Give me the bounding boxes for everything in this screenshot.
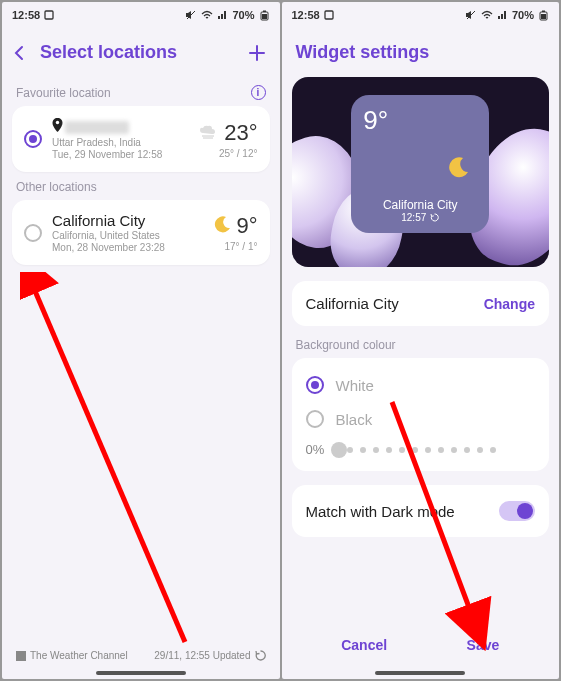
darkmode-label: Match with Dark mode	[306, 503, 455, 520]
opacity-pct: 0%	[306, 442, 325, 457]
header: Select locations	[2, 28, 280, 77]
recent-apps-icon	[44, 10, 54, 20]
other-label-text: Other locations	[16, 180, 97, 194]
pin-icon	[52, 118, 63, 136]
refresh-icon[interactable]	[255, 650, 266, 661]
updated-label: 29/11, 12:55 Updated	[154, 650, 250, 661]
signal-icon	[497, 10, 508, 20]
status-time: 12:58	[12, 9, 40, 21]
black-label: Black	[336, 411, 373, 428]
action-row: Cancel Save	[282, 627, 560, 663]
favourite-temp: 23°	[224, 120, 257, 146]
change-button[interactable]: Change	[484, 296, 535, 312]
mute-icon	[185, 10, 197, 20]
bg-option-black[interactable]: Black	[306, 402, 536, 436]
svg-line-6	[32, 284, 185, 642]
widget-preview: 9° California City 12:57	[292, 77, 550, 267]
save-button[interactable]: Save	[447, 627, 520, 663]
battery-pct: 70%	[512, 9, 534, 21]
favourite-location-name-redacted	[65, 121, 129, 134]
moon-icon	[214, 213, 232, 239]
favourite-section-label: Favourite location i	[2, 77, 280, 106]
white-label: White	[336, 377, 374, 394]
favourite-temp-range: 25° / 12°	[219, 148, 258, 159]
other-temp: 9°	[236, 213, 257, 239]
white-radio[interactable]	[306, 376, 324, 394]
footer: The Weather Channel 29/11, 12:55 Updated	[2, 650, 280, 661]
svg-rect-10	[542, 10, 545, 12]
darkmode-toggle[interactable]	[499, 501, 535, 521]
page-title: Widget settings	[296, 42, 546, 63]
weather-channel-icon	[16, 651, 26, 661]
weather-source-label: The Weather Channel	[30, 650, 128, 661]
opacity-slider[interactable]	[334, 447, 535, 453]
other-location-card[interactable]: California City California, United State…	[12, 200, 270, 265]
svg-rect-3	[263, 10, 266, 12]
svg-point-5	[56, 121, 59, 124]
city-card: California City Change	[292, 281, 550, 326]
opacity-slider-row: 0%	[306, 442, 536, 457]
refresh-icon	[430, 213, 439, 222]
mute-icon	[465, 10, 477, 20]
header: Widget settings	[282, 28, 560, 77]
nav-bar[interactable]	[96, 671, 186, 675]
battery-pct: 70%	[232, 9, 254, 21]
black-radio[interactable]	[306, 410, 324, 428]
favourite-label-text: Favourite location	[16, 86, 111, 100]
signal-icon	[217, 10, 228, 20]
wifi-icon	[481, 10, 493, 20]
cancel-button[interactable]: Cancel	[321, 627, 407, 663]
widget-temp: 9°	[363, 105, 477, 136]
widget-tile: 9° California City 12:57	[351, 95, 489, 233]
status-bar: 12:58 70%	[282, 2, 560, 28]
other-radio[interactable]	[24, 224, 42, 242]
other-location-name: California City	[52, 212, 204, 229]
annotation-arrow	[20, 272, 200, 652]
other-region: California, United States	[52, 230, 204, 241]
darkmode-card: Match with Dark mode	[292, 485, 550, 537]
widget-location: California City	[363, 198, 477, 212]
bg-colour-label: Background colour	[296, 338, 546, 352]
svg-rect-7	[325, 11, 333, 19]
other-section-label: Other locations	[2, 172, 280, 200]
bg-colour-card: White Black 0%	[292, 358, 550, 471]
favourite-radio[interactable]	[24, 130, 42, 148]
page-title: Select locations	[40, 42, 236, 63]
selected-city: California City	[306, 295, 399, 312]
back-button[interactable]	[12, 45, 28, 61]
favourite-datetime: Tue, 29 November 12:58	[52, 149, 188, 160]
battery-icon	[538, 10, 549, 21]
svg-rect-0	[45, 11, 53, 19]
weather-source: The Weather Channel	[16, 650, 128, 661]
bg-option-white[interactable]: White	[306, 368, 536, 402]
screen-select-locations: 12:58 70% Select locations Favourite loc…	[2, 2, 280, 679]
add-button[interactable]	[248, 44, 266, 62]
recent-apps-icon	[324, 10, 334, 20]
favourite-location-card[interactable]: Uttar Pradesh, India Tue, 29 November 12…	[12, 106, 270, 172]
battery-icon	[259, 10, 270, 21]
cloudy-icon	[198, 120, 220, 146]
info-icon[interactable]: i	[251, 85, 266, 100]
other-temp-range: 17° / 1°	[224, 241, 257, 252]
screen-widget-settings: 12:58 70% Widget settings 9° California …	[282, 2, 560, 679]
status-bar: 12:58 70%	[2, 2, 280, 28]
svg-rect-11	[541, 14, 546, 19]
slider-thumb[interactable]	[331, 442, 347, 458]
favourite-region: Uttar Pradesh, India	[52, 137, 188, 148]
other-datetime: Mon, 28 November 23:28	[52, 242, 204, 253]
status-time: 12:58	[292, 9, 320, 21]
wifi-icon	[201, 10, 213, 20]
nav-bar[interactable]	[375, 671, 465, 675]
moon-icon	[447, 155, 471, 179]
svg-rect-4	[262, 14, 267, 19]
widget-time: 12:57	[401, 212, 426, 223]
